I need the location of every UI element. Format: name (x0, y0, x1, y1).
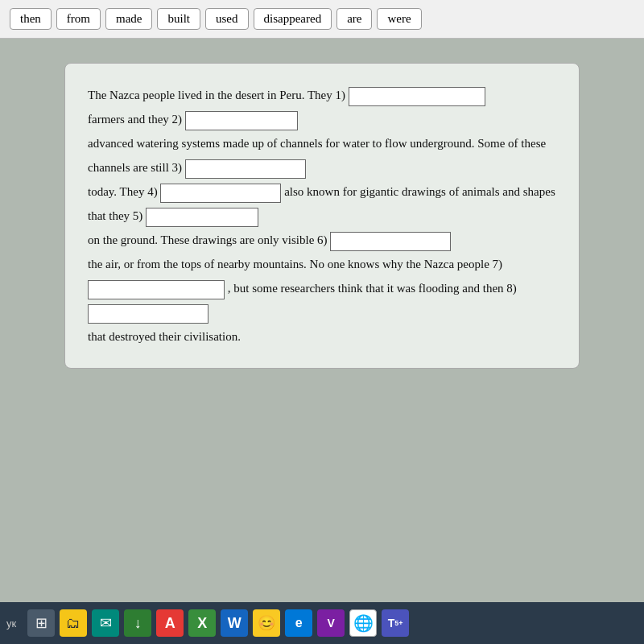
fill-input-5[interactable] (146, 208, 258, 227)
fill-input-4[interactable] (160, 184, 281, 203)
fill-input-1[interactable] (349, 87, 485, 106)
word-bank: then from made built used disappeared ar… (0, 0, 644, 39)
text-after-1-before-2: farmers and they 2) (88, 113, 182, 126)
torrent-icon[interactable]: ↓ (124, 609, 151, 637)
text-after-5-before-6: on the ground. These drawings are only v… (88, 233, 328, 246)
text-before-1: The Nazca people lived in the desert in … (88, 89, 345, 101)
word-icon[interactable]: W (221, 609, 248, 637)
task-view-icon[interactable]: ⊞ (27, 609, 55, 637)
chrome-icon[interactable]: 🌐 (349, 609, 377, 637)
text-after-8: that destroyed their civilisation. (88, 330, 241, 343)
emoji-icon[interactable]: 😊 (253, 609, 280, 637)
word-chip-made[interactable]: made (105, 8, 152, 30)
fill-input-2[interactable] (185, 111, 298, 130)
word-chip-built[interactable]: built (157, 8, 200, 30)
word-chip-used[interactable]: used (205, 8, 249, 30)
teams-icon[interactable]: T5+ (382, 609, 409, 637)
mail-icon[interactable]: ✉ (92, 609, 119, 637)
fill-input-8[interactable] (88, 304, 208, 324)
edge-icon[interactable]: e (285, 609, 312, 637)
main-area: The Nazca people lived in the desert in … (0, 39, 644, 602)
exercise-paragraph: The Nazca people lived in the desert in … (88, 83, 556, 349)
word-chip-from[interactable]: from (56, 8, 101, 30)
fill-input-6[interactable] (330, 232, 451, 251)
word-chip-are[interactable]: are (336, 8, 372, 30)
excel-icon[interactable]: X (188, 609, 216, 637)
word-chip-then[interactable]: then (10, 8, 52, 30)
word-chip-disappeared[interactable]: disappeared (254, 8, 332, 30)
text-after-3-before-4: today. They 4) (88, 185, 158, 198)
taskbar: ук ⊞ 🗂 ✉ ↓ A X W 😊 e V 🌐 T5+ (0, 602, 644, 644)
text-after-6: the air, or from the tops of nearby moun… (88, 258, 502, 270)
file-explorer-icon[interactable]: 🗂 (60, 609, 87, 637)
word-chip-were[interactable]: were (377, 8, 421, 30)
taskbar-language: ук (6, 617, 16, 630)
acrobat-icon[interactable]: A (156, 609, 184, 637)
text-after-7: , but some researchers think that it was… (228, 282, 517, 295)
text-after-2: advanced watering systems made up of cha… (88, 137, 546, 174)
exercise-box: The Nazca people lived in the desert in … (64, 63, 580, 369)
viber-icon[interactable]: V (317, 609, 345, 637)
fill-input-3[interactable] (185, 159, 306, 179)
fill-input-7[interactable] (88, 280, 225, 299)
